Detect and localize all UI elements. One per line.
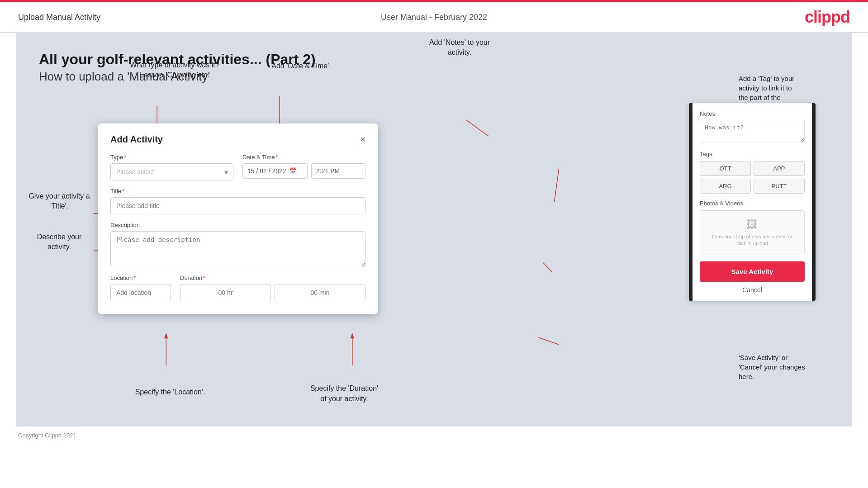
tag-ott[interactable]: OTT [700,161,751,176]
description-label: Description [110,222,365,228]
cancel-link[interactable]: Cancel [700,286,805,294]
tag-app[interactable]: APP [754,161,805,176]
notes-textarea[interactable] [700,120,805,142]
type-group: Type* Please select [110,154,233,180]
photos-label: Photos & Videos [700,200,805,207]
tags-grid: OTT APP ARG PUTT [700,161,805,194]
svg-marker-10 [351,333,354,338]
type-datetime-row: Type* Please select Date & Time* 15 / 02… [110,154,365,180]
right-panel: Notes Tags OTT APP ARG PUTT Photos & Vid… [689,103,816,301]
type-select[interactable]: Please select [110,163,233,180]
page-title: Upload Manual Activity [18,13,100,22]
add-activity-modal: Add Activity × Type* Please select Date … [98,123,378,314]
annotation-duration: Specify the 'Duration' of your activity. [292,384,396,404]
title-label: Title* [110,188,365,194]
annotation-notes: Add 'Notes' to your activity. [410,38,509,58]
annotation-type: What type of activity was it? Lesson, Ch… [120,60,229,81]
modal-header: Add Activity × [110,134,365,145]
main-content: All your golf-relevant activities... (Pa… [16,33,852,426]
title-input[interactable] [110,197,365,214]
annotation-location: Specify the 'Location'. [125,387,215,397]
datetime-label: Date & Time* [242,154,365,161]
annotation-title: Give your activity a 'Title'. [23,191,95,212]
tags-section: Tags OTT APP ARG PUTT [700,151,805,194]
duration-inputs [180,284,365,301]
duration-hours-input[interactable] [180,284,271,301]
svg-line-13 [543,263,552,272]
location-duration-row: Location* Duration* [110,275,365,301]
calendar-icon: 📅 [289,167,297,175]
svg-line-12 [555,169,559,202]
top-bar: Upload Manual Activity User Manual - Feb… [0,2,868,33]
svg-line-11 [466,120,489,136]
description-group: Description [110,222,365,267]
tag-putt[interactable]: PUTT [754,179,805,194]
footer: Copyright Clippd 2021 [0,426,868,444]
datetime-group: Date & Time* 15 / 02 / 2022 📅 2:21 PM [242,154,365,180]
annotation-description: Describe your activity. [23,232,95,252]
type-select-wrapper: Please select [110,163,233,180]
location-input[interactable] [110,284,171,301]
tag-arg[interactable]: ARG [700,179,751,194]
location-group: Location* [110,275,171,301]
brand-logo: clippd [805,8,850,27]
notes-section: Notes [700,110,805,144]
description-textarea[interactable] [110,231,365,267]
upload-box[interactable]: 🖼 Drag and Drop photos and videos or cli… [700,210,805,255]
upload-icon: 🖼 [707,218,797,231]
time-input[interactable]: 2:21 PM [311,163,365,179]
photos-section: Photos & Videos 🖼 Drag and Drop photos a… [700,200,805,255]
phone-screen: Notes Tags OTT APP ARG PUTT Photos & Vid… [689,103,816,301]
upload-text: Drag and Drop photos and videos or click… [707,233,797,247]
save-activity-button[interactable]: Save Activity [700,261,805,282]
svg-line-14 [538,337,559,345]
svg-marker-8 [164,333,168,338]
date-time-inputs: 15 / 02 / 2022 📅 2:21 PM [242,163,365,179]
modal-title: Add Activity [110,134,163,145]
title-group: Title* [110,188,365,214]
tags-label: Tags [700,151,805,157]
date-input[interactable]: 15 / 02 / 2022 📅 [242,163,308,179]
annotation-save-cancel: 'Save Activity' or 'Cancel' your changes… [739,353,847,381]
type-label: Type* [110,154,233,161]
manual-subtitle: User Manual - February 2022 [381,13,487,22]
copyright-text: Copyright Clippd 2021 [18,432,76,439]
duration-label: Duration* [180,275,365,281]
modal-close-button[interactable]: × [360,134,365,145]
duration-group: Duration* [180,275,365,301]
location-label: Location* [110,275,171,281]
notes-label: Notes [700,110,805,117]
duration-mins-input[interactable] [275,284,365,301]
annotation-datetime: Add 'Date & Time'. [256,61,346,71]
